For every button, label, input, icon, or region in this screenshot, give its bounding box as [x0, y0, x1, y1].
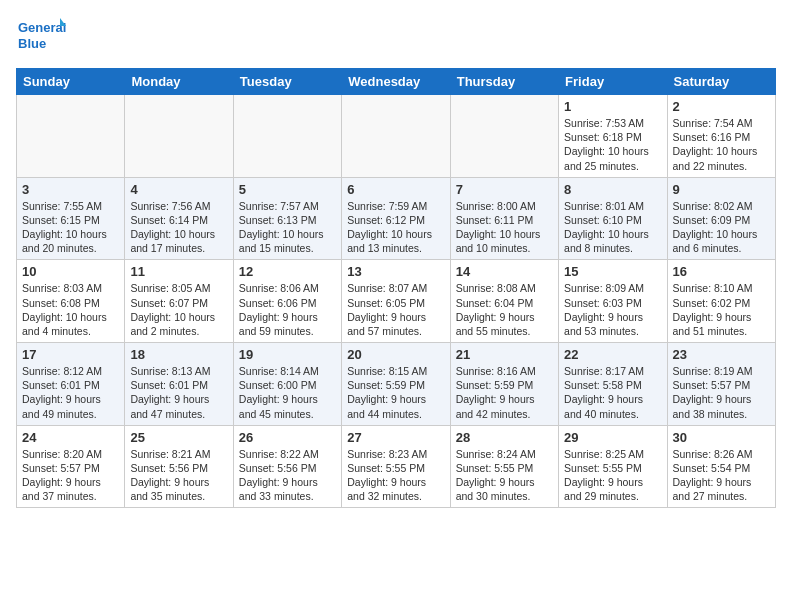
calendar-week-row: 3Sunrise: 7:55 AMSunset: 6:15 PMDaylight…	[17, 177, 776, 260]
day-info: Sunrise: 8:12 AM	[22, 364, 119, 378]
day-number: 28	[456, 430, 553, 445]
day-info: Sunset: 6:12 PM	[347, 213, 444, 227]
calendar-cell: 21Sunrise: 8:16 AMSunset: 5:59 PMDayligh…	[450, 343, 558, 426]
calendar-cell: 29Sunrise: 8:25 AMSunset: 5:55 PMDayligh…	[559, 425, 667, 508]
day-number: 7	[456, 182, 553, 197]
day-info: Sunrise: 8:21 AM	[130, 447, 227, 461]
day-info: Sunset: 6:15 PM	[22, 213, 119, 227]
day-info: Daylight: 10 hours and 8 minutes.	[564, 227, 661, 255]
calendar-cell: 14Sunrise: 8:08 AMSunset: 6:04 PMDayligh…	[450, 260, 558, 343]
day-number: 8	[564, 182, 661, 197]
day-info: Daylight: 10 hours and 20 minutes.	[22, 227, 119, 255]
day-info: Sunrise: 7:53 AM	[564, 116, 661, 130]
day-info: Daylight: 9 hours and 44 minutes.	[347, 392, 444, 420]
day-info: Daylight: 10 hours and 13 minutes.	[347, 227, 444, 255]
day-number: 30	[673, 430, 770, 445]
calendar-cell: 19Sunrise: 8:14 AMSunset: 6:00 PMDayligh…	[233, 343, 341, 426]
day-info: Daylight: 9 hours and 51 minutes.	[673, 310, 770, 338]
day-info: Sunrise: 8:07 AM	[347, 281, 444, 295]
day-info: Sunrise: 8:23 AM	[347, 447, 444, 461]
day-info: Sunset: 6:00 PM	[239, 378, 336, 392]
day-info: Daylight: 9 hours and 29 minutes.	[564, 475, 661, 503]
day-info: Daylight: 10 hours and 6 minutes.	[673, 227, 770, 255]
calendar-cell: 10Sunrise: 8:03 AMSunset: 6:08 PMDayligh…	[17, 260, 125, 343]
day-info: Sunset: 5:59 PM	[347, 378, 444, 392]
day-number: 10	[22, 264, 119, 279]
calendar-week-row: 17Sunrise: 8:12 AMSunset: 6:01 PMDayligh…	[17, 343, 776, 426]
day-number: 13	[347, 264, 444, 279]
day-number: 25	[130, 430, 227, 445]
day-info: Sunrise: 8:05 AM	[130, 281, 227, 295]
day-info: Sunset: 6:01 PM	[22, 378, 119, 392]
day-info: Daylight: 10 hours and 17 minutes.	[130, 227, 227, 255]
day-info: Daylight: 10 hours and 25 minutes.	[564, 144, 661, 172]
day-number: 26	[239, 430, 336, 445]
svg-text:Blue: Blue	[18, 36, 46, 51]
day-info: Sunrise: 7:57 AM	[239, 199, 336, 213]
weekday-header: Thursday	[450, 69, 558, 95]
day-info: Sunset: 6:18 PM	[564, 130, 661, 144]
day-info: Sunrise: 8:17 AM	[564, 364, 661, 378]
calendar-cell: 30Sunrise: 8:26 AMSunset: 5:54 PMDayligh…	[667, 425, 775, 508]
day-info: Daylight: 10 hours and 10 minutes.	[456, 227, 553, 255]
calendar-cell	[342, 95, 450, 178]
day-info: Daylight: 9 hours and 49 minutes.	[22, 392, 119, 420]
day-number: 29	[564, 430, 661, 445]
page-header: General Blue	[16, 16, 776, 60]
weekday-header: Wednesday	[342, 69, 450, 95]
day-number: 22	[564, 347, 661, 362]
calendar-cell: 27Sunrise: 8:23 AMSunset: 5:55 PMDayligh…	[342, 425, 450, 508]
day-info: Daylight: 10 hours and 22 minutes.	[673, 144, 770, 172]
day-info: Sunrise: 7:54 AM	[673, 116, 770, 130]
calendar-cell: 22Sunrise: 8:17 AMSunset: 5:58 PMDayligh…	[559, 343, 667, 426]
calendar-cell: 13Sunrise: 8:07 AMSunset: 6:05 PMDayligh…	[342, 260, 450, 343]
day-number: 24	[22, 430, 119, 445]
day-number: 17	[22, 347, 119, 362]
day-info: Sunrise: 8:26 AM	[673, 447, 770, 461]
day-number: 20	[347, 347, 444, 362]
day-info: Daylight: 9 hours and 33 minutes.	[239, 475, 336, 503]
day-info: Sunset: 6:14 PM	[130, 213, 227, 227]
day-info: Sunset: 6:01 PM	[130, 378, 227, 392]
day-info: Sunset: 5:55 PM	[564, 461, 661, 475]
weekday-header: Tuesday	[233, 69, 341, 95]
day-info: Sunrise: 8:00 AM	[456, 199, 553, 213]
day-number: 14	[456, 264, 553, 279]
day-info: Daylight: 9 hours and 55 minutes.	[456, 310, 553, 338]
day-info: Daylight: 9 hours and 53 minutes.	[564, 310, 661, 338]
day-info: Sunset: 6:03 PM	[564, 296, 661, 310]
day-info: Sunset: 6:08 PM	[22, 296, 119, 310]
day-info: Sunset: 5:57 PM	[22, 461, 119, 475]
day-info: Sunrise: 8:19 AM	[673, 364, 770, 378]
day-info: Sunset: 6:10 PM	[564, 213, 661, 227]
calendar-cell: 11Sunrise: 8:05 AMSunset: 6:07 PMDayligh…	[125, 260, 233, 343]
calendar-cell: 20Sunrise: 8:15 AMSunset: 5:59 PMDayligh…	[342, 343, 450, 426]
day-number: 9	[673, 182, 770, 197]
day-info: Daylight: 9 hours and 32 minutes.	[347, 475, 444, 503]
calendar-cell: 25Sunrise: 8:21 AMSunset: 5:56 PMDayligh…	[125, 425, 233, 508]
day-info: Sunset: 6:04 PM	[456, 296, 553, 310]
day-info: Sunset: 5:54 PM	[673, 461, 770, 475]
day-info: Sunset: 6:11 PM	[456, 213, 553, 227]
calendar-cell: 23Sunrise: 8:19 AMSunset: 5:57 PMDayligh…	[667, 343, 775, 426]
day-info: Sunrise: 8:16 AM	[456, 364, 553, 378]
weekday-header: Saturday	[667, 69, 775, 95]
weekday-header: Friday	[559, 69, 667, 95]
calendar-cell: 8Sunrise: 8:01 AMSunset: 6:10 PMDaylight…	[559, 177, 667, 260]
calendar-cell: 7Sunrise: 8:00 AMSunset: 6:11 PMDaylight…	[450, 177, 558, 260]
day-number: 27	[347, 430, 444, 445]
calendar-table: SundayMondayTuesdayWednesdayThursdayFrid…	[16, 68, 776, 508]
day-number: 19	[239, 347, 336, 362]
day-number: 21	[456, 347, 553, 362]
day-info: Daylight: 10 hours and 4 minutes.	[22, 310, 119, 338]
calendar-cell: 28Sunrise: 8:24 AMSunset: 5:55 PMDayligh…	[450, 425, 558, 508]
calendar-cell: 4Sunrise: 7:56 AMSunset: 6:14 PMDaylight…	[125, 177, 233, 260]
day-info: Daylight: 9 hours and 47 minutes.	[130, 392, 227, 420]
day-info: Daylight: 9 hours and 45 minutes.	[239, 392, 336, 420]
day-info: Daylight: 10 hours and 15 minutes.	[239, 227, 336, 255]
calendar-cell: 26Sunrise: 8:22 AMSunset: 5:56 PMDayligh…	[233, 425, 341, 508]
day-info: Sunrise: 8:08 AM	[456, 281, 553, 295]
day-info: Sunrise: 8:03 AM	[22, 281, 119, 295]
calendar-week-row: 10Sunrise: 8:03 AMSunset: 6:08 PMDayligh…	[17, 260, 776, 343]
day-info: Sunset: 5:58 PM	[564, 378, 661, 392]
